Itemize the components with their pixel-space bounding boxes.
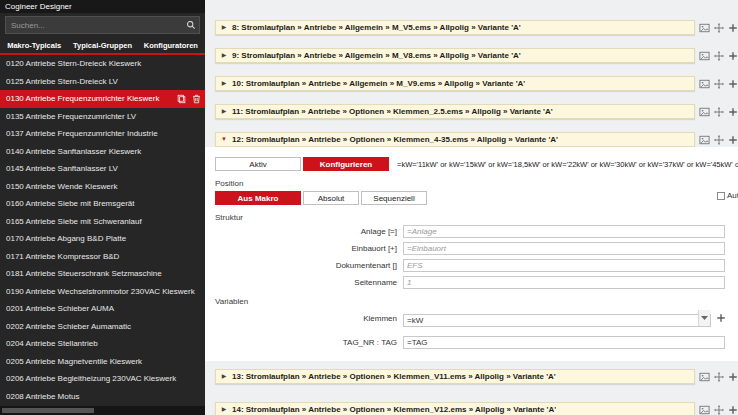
sidebar-item[interactable]: 0201 Antriebe Schieber AUMA [0,300,205,318]
tab-absolut[interactable]: Absolut [303,191,359,205]
sidebar-item-label: 0181 Antriebe Steuerschrank Setzmaschine [6,269,201,278]
macro-row-header[interactable]: ▶ 14: Stromlaufplan » Antriebe » Optione… [215,402,695,415]
sidebar-item[interactable]: 0120 Antriebe Stern-Dreieck Kieswerk [0,55,205,73]
duplicate-icon[interactable] [177,94,186,104]
sidebar-item[interactable]: 0204 Antriebe Stellantrieb [0,335,205,353]
detail-tabs: Aktiv Konfigurieren =kW='11kW' or kW='15… [215,157,738,171]
add-icon[interactable] [728,23,738,33]
tab-typical-gruppen[interactable]: Typical-Gruppen [68,38,136,53]
form-row: Einbauort [+] [205,242,738,255]
macro-row-header[interactable]: ▶ 9: Stromlaufplan » Antriebe » Allgemei… [215,48,695,63]
macro-row-actions [699,23,738,33]
tab-konfiguratoren[interactable]: Konfiguratoren [137,38,205,53]
macro-row-header[interactable]: ▶ 8: Stromlaufplan » Antriebe » Allgemei… [215,20,695,35]
sidebar-item[interactable]: 0137 Antriebe Frequenzumrichter Industri… [0,125,205,143]
expanded-macro-section: ▼ 12: Stromlaufplan » Antriebe » Optione… [205,132,738,361]
tag-nr-field[interactable] [403,336,725,349]
add-icon[interactable] [728,135,738,145]
search-icon[interactable] [183,20,199,30]
sidebar-item[interactable]: 0125 Antriebe Stern-Dreieck LV [0,73,205,91]
macro-row-header[interactable]: ▶ 11: Stromlaufplan » Antriebe » Optione… [215,104,695,119]
macro-row-actions [699,372,738,382]
preview-image-icon[interactable] [699,405,710,415]
sidebar-item[interactable]: 0170 Antriebe Abgang B&D Platte [0,230,205,248]
macro-row-label: 12: Stromlaufplan » Antriebe » Optionen … [232,135,558,144]
move-icon[interactable] [714,135,724,145]
macro-row: ▶ 14: Stromlaufplan » Antriebe » Optione… [215,402,738,415]
macro-row-header[interactable]: ▶ 10: Stromlaufplan » Antriebe » Allgeme… [215,76,695,91]
preview-image-icon[interactable] [699,51,710,61]
macro-typical-list: 0120 Antriebe Stern-Dreieck Kieswerk 012… [0,55,205,406]
move-icon[interactable] [714,23,724,33]
delete-icon[interactable] [192,94,201,104]
position-label: Position [215,179,738,188]
sidebar-item[interactable]: 0205 Antriebe Magnetventile Kieswerk [0,353,205,371]
sidebar-item-label: 0120 Antriebe Stern-Dreieck Kieswerk [6,59,201,68]
sidebar-item[interactable]: 0165 Antriebe Siebe mit Schweranlauf [0,213,205,231]
chevron-down-icon[interactable] [698,310,710,326]
form-row: Anlage [=] [205,225,738,238]
sidebar-item-label: 0160 Antriebe Siebe mit Bremsgerät [6,199,201,208]
macro-row-header[interactable]: ▼ 12: Stromlaufplan » Antriebe » Optione… [215,132,695,147]
checkbox[interactable] [717,192,725,200]
add-icon[interactable] [728,79,738,89]
preview-image-icon[interactable] [699,372,710,382]
tab-konfigurieren[interactable]: Konfigurieren [303,157,389,171]
horizontal-scrollbar[interactable] [0,406,205,415]
move-icon[interactable] [714,107,724,117]
field-label: Seitenname [205,278,403,287]
search-area [0,13,205,38]
sidebar-item[interactable]: 0202 Antriebe Schieber Aumamatic [0,318,205,336]
macro-row-expanded: ▼ 12: Stromlaufplan » Antriebe » Optione… [215,132,738,147]
sidebar-item-label: 0204 Antriebe Stellantrieb [6,339,201,348]
preview-image-icon[interactable] [699,79,710,89]
field-label: Einbauort [+] [205,244,403,253]
chevron-down-icon: ▼ [216,133,232,146]
sidebar-item-label: 0145 Antriebe Sanftanlasser LV [6,164,201,173]
form-row: Seitenname [205,276,738,289]
tab-sequenziell[interactable]: Sequenziell [361,191,427,205]
seitenname-field[interactable] [403,276,725,289]
chevron-right-icon: ▶ [216,49,232,62]
macro-detail-panel: Aktiv Konfigurieren =kW='11kW' or kW='15… [205,147,738,361]
sidebar-item-actions [177,94,201,104]
sidebar-item[interactable]: 0208 Antriebe Motus [0,388,205,406]
tab-makro-typicals[interactable]: Makro-Typicals [0,38,68,53]
sidebar-item[interactable]: 0150 Antriebe Wende Kieswerk [0,178,205,196]
sidebar-item[interactable]: 0140 Antriebe Sanftanlasser Kieswerk [0,143,205,161]
chevron-right-icon: ▶ [216,21,232,34]
add-icon[interactable] [728,405,738,415]
add-icon[interactable] [728,372,738,382]
sidebar-item-label: 0205 Antriebe Magnetventile Kieswerk [6,357,201,366]
sidebar-item[interactable]: 0181 Antriebe Steuerschrank Setzmaschine [0,265,205,283]
add-variable-icon[interactable] [716,313,726,323]
klemmen-field[interactable] [403,314,711,327]
preview-image-icon[interactable] [699,23,710,33]
search-input[interactable] [6,21,183,30]
add-icon[interactable] [728,51,738,61]
move-icon[interactable] [714,51,724,61]
tab-aus-makro[interactable]: Aus Makro [215,191,301,205]
macro-row-header[interactable]: ▶ 13: Stromlaufplan » Antriebe » Optione… [215,369,695,384]
scrollbar-thumb[interactable] [2,408,94,413]
field-label: Dokumentenart [] [205,261,403,270]
sidebar-item[interactable]: 0135 Antriebe Frequenzumrichter LV [0,108,205,126]
preview-image-icon[interactable] [699,107,710,117]
move-icon[interactable] [714,79,724,89]
tab-aktiv[interactable]: Aktiv [215,157,301,171]
sidebar-item[interactable]: 0171 Antriebe Kompressor B&D [0,248,205,266]
add-icon[interactable] [728,107,738,117]
sidebar-item[interactable]: 0206 Antriebe Begleitheizung 230VAC Kies… [0,370,205,388]
sidebar-item-label: 0206 Antriebe Begleitheizung 230VAC Kies… [6,374,201,383]
sidebar-item-selected[interactable]: 0130 Antriebe Frequenzumrichter Kieswerk [0,90,205,108]
dokumentenart-field[interactable] [403,259,725,272]
move-icon[interactable] [714,372,724,382]
anlage-field[interactable] [403,225,725,238]
sidebar-item[interactable]: 0190 Antriebe Wechselstrommotor 230VAC K… [0,283,205,301]
preview-image-icon[interactable] [699,135,710,145]
move-icon[interactable] [714,405,724,415]
einbauort-field[interactable] [403,242,725,255]
macro-row-actions [699,79,738,89]
sidebar-item[interactable]: 0160 Antriebe Siebe mit Bremsgerät [0,195,205,213]
sidebar-item[interactable]: 0145 Antriebe Sanftanlasser LV [0,160,205,178]
